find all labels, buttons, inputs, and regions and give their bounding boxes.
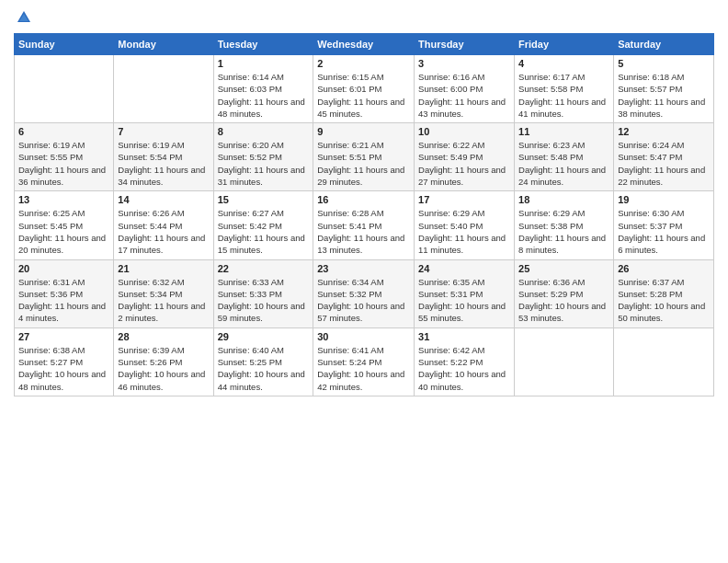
calendar-cell: 14Sunrise: 6:26 AMSunset: 5:44 PMDayligh… — [114, 191, 213, 259]
calendar-header-saturday: Saturday — [614, 34, 714, 55]
calendar-cell: 2Sunrise: 6:15 AMSunset: 6:01 PMDaylight… — [313, 55, 415, 123]
calendar-cell: 4Sunrise: 6:17 AMSunset: 5:58 PMDaylight… — [515, 55, 614, 123]
day-number: 23 — [317, 263, 410, 274]
day-number: 26 — [618, 263, 710, 274]
day-detail: Sunrise: 6:21 AMSunset: 5:51 PMDaylight:… — [317, 139, 410, 188]
header — [14, 9, 714, 26]
day-number: 20 — [18, 263, 109, 274]
day-detail: Sunrise: 6:20 AMSunset: 5:52 PMDaylight:… — [218, 139, 310, 188]
calendar-cell: 9Sunrise: 6:21 AMSunset: 5:51 PMDaylight… — [313, 123, 415, 191]
calendar-cell: 13Sunrise: 6:25 AMSunset: 5:45 PMDayligh… — [15, 191, 114, 259]
calendar-cell: 17Sunrise: 6:29 AMSunset: 5:40 PMDayligh… — [415, 191, 515, 259]
day-detail: Sunrise: 6:28 AMSunset: 5:41 PMDaylight:… — [317, 207, 410, 256]
calendar-cell: 24Sunrise: 6:35 AMSunset: 5:31 PMDayligh… — [415, 259, 515, 327]
day-detail: Sunrise: 6:19 AMSunset: 5:54 PMDaylight:… — [118, 139, 209, 188]
day-detail: Sunrise: 6:23 AMSunset: 5:48 PMDaylight:… — [518, 139, 609, 188]
day-detail: Sunrise: 6:31 AMSunset: 5:36 PMDaylight:… — [18, 276, 109, 325]
day-number: 1 — [218, 58, 310, 69]
calendar-cell: 1Sunrise: 6:14 AMSunset: 6:03 PMDaylight… — [213, 55, 313, 123]
day-number: 5 — [618, 58, 710, 69]
day-detail: Sunrise: 6:41 AMSunset: 5:24 PMDaylight:… — [317, 344, 410, 393]
page: SundayMondayTuesdayWednesdayThursdayFrid… — [0, 0, 728, 563]
day-detail: Sunrise: 6:25 AMSunset: 5:45 PMDaylight:… — [18, 207, 109, 256]
day-detail: Sunrise: 6:39 AMSunset: 5:26 PMDaylight:… — [118, 344, 209, 393]
day-number: 4 — [518, 58, 609, 69]
calendar-header-tuesday: Tuesday — [213, 34, 313, 55]
day-number: 12 — [618, 126, 710, 137]
calendar-cell — [15, 55, 114, 123]
day-detail: Sunrise: 6:29 AMSunset: 5:38 PMDaylight:… — [518, 207, 609, 256]
calendar-cell: 18Sunrise: 6:29 AMSunset: 5:38 PMDayligh… — [515, 191, 614, 259]
calendar-cell: 7Sunrise: 6:19 AMSunset: 5:54 PMDaylight… — [114, 123, 213, 191]
day-detail: Sunrise: 6:15 AMSunset: 6:01 PMDaylight:… — [317, 71, 410, 120]
day-number: 15 — [218, 194, 310, 205]
day-detail: Sunrise: 6:34 AMSunset: 5:32 PMDaylight:… — [317, 276, 410, 325]
day-detail: Sunrise: 6:32 AMSunset: 5:34 PMDaylight:… — [118, 276, 209, 325]
day-number: 25 — [518, 263, 609, 274]
calendar-header-friday: Friday — [515, 34, 614, 55]
day-number: 7 — [118, 126, 209, 137]
day-detail: Sunrise: 6:38 AMSunset: 5:27 PMDaylight:… — [18, 344, 109, 393]
day-detail: Sunrise: 6:24 AMSunset: 5:47 PMDaylight:… — [618, 139, 710, 188]
day-detail: Sunrise: 6:29 AMSunset: 5:40 PMDaylight:… — [418, 207, 510, 256]
day-number: 3 — [418, 58, 510, 69]
day-detail: Sunrise: 6:33 AMSunset: 5:33 PMDaylight:… — [218, 276, 310, 325]
calendar-cell — [114, 55, 213, 123]
day-number: 13 — [18, 194, 109, 205]
day-number: 2 — [317, 58, 410, 69]
day-number: 31 — [418, 331, 510, 342]
day-detail: Sunrise: 6:14 AMSunset: 6:03 PMDaylight:… — [218, 71, 310, 120]
day-detail: Sunrise: 6:30 AMSunset: 5:37 PMDaylight:… — [618, 207, 710, 256]
day-number: 22 — [218, 263, 310, 274]
calendar-cell — [515, 327, 614, 396]
calendar-cell: 10Sunrise: 6:22 AMSunset: 5:49 PMDayligh… — [415, 123, 515, 191]
calendar-cell: 25Sunrise: 6:36 AMSunset: 5:29 PMDayligh… — [515, 259, 614, 327]
day-detail: Sunrise: 6:37 AMSunset: 5:28 PMDaylight:… — [618, 276, 710, 325]
calendar-header-monday: Monday — [114, 34, 213, 55]
calendar-cell: 19Sunrise: 6:30 AMSunset: 5:37 PMDayligh… — [614, 191, 714, 259]
logo — [14, 9, 32, 26]
calendar: SundayMondayTuesdayWednesdayThursdayFrid… — [14, 33, 714, 396]
day-detail: Sunrise: 6:40 AMSunset: 5:25 PMDaylight:… — [218, 344, 310, 393]
calendar-header-row: SundayMondayTuesdayWednesdayThursdayFrid… — [15, 34, 714, 55]
day-detail: Sunrise: 6:16 AMSunset: 6:00 PMDaylight:… — [418, 71, 510, 120]
day-detail: Sunrise: 6:18 AMSunset: 5:57 PMDaylight:… — [618, 71, 710, 120]
calendar-cell: 20Sunrise: 6:31 AMSunset: 5:36 PMDayligh… — [15, 259, 114, 327]
day-detail: Sunrise: 6:27 AMSunset: 5:42 PMDaylight:… — [218, 207, 310, 256]
day-detail: Sunrise: 6:42 AMSunset: 5:22 PMDaylight:… — [418, 344, 510, 393]
day-number: 10 — [418, 126, 510, 137]
calendar-cell: 28Sunrise: 6:39 AMSunset: 5:26 PMDayligh… — [114, 327, 213, 396]
day-number: 6 — [18, 126, 109, 137]
calendar-week-3: 13Sunrise: 6:25 AMSunset: 5:45 PMDayligh… — [15, 191, 714, 259]
calendar-cell: 27Sunrise: 6:38 AMSunset: 5:27 PMDayligh… — [15, 327, 114, 396]
day-number: 8 — [218, 126, 310, 137]
day-detail: Sunrise: 6:35 AMSunset: 5:31 PMDaylight:… — [418, 276, 510, 325]
day-number: 29 — [218, 331, 310, 342]
day-number: 9 — [317, 126, 410, 137]
calendar-cell: 29Sunrise: 6:40 AMSunset: 5:25 PMDayligh… — [213, 327, 313, 396]
calendar-cell: 22Sunrise: 6:33 AMSunset: 5:33 PMDayligh… — [213, 259, 313, 327]
calendar-cell: 3Sunrise: 6:16 AMSunset: 6:00 PMDaylight… — [415, 55, 515, 123]
calendar-header-sunday: Sunday — [15, 34, 114, 55]
day-number: 28 — [118, 331, 209, 342]
day-number: 27 — [18, 331, 109, 342]
day-detail: Sunrise: 6:22 AMSunset: 5:49 PMDaylight:… — [418, 139, 510, 188]
day-number: 18 — [518, 194, 609, 205]
day-detail: Sunrise: 6:19 AMSunset: 5:55 PMDaylight:… — [18, 139, 109, 188]
day-number: 17 — [418, 194, 510, 205]
calendar-cell: 23Sunrise: 6:34 AMSunset: 5:32 PMDayligh… — [313, 259, 415, 327]
calendar-week-2: 6Sunrise: 6:19 AMSunset: 5:55 PMDaylight… — [15, 123, 714, 191]
calendar-cell: 11Sunrise: 6:23 AMSunset: 5:48 PMDayligh… — [515, 123, 614, 191]
logo-icon — [16, 9, 32, 26]
calendar-cell: 31Sunrise: 6:42 AMSunset: 5:22 PMDayligh… — [415, 327, 515, 396]
calendar-header-thursday: Thursday — [415, 34, 515, 55]
day-number: 30 — [317, 331, 410, 342]
day-number: 21 — [118, 263, 209, 274]
day-detail: Sunrise: 6:36 AMSunset: 5:29 PMDaylight:… — [518, 276, 609, 325]
calendar-week-4: 20Sunrise: 6:31 AMSunset: 5:36 PMDayligh… — [15, 259, 714, 327]
day-number: 16 — [317, 194, 410, 205]
calendar-cell: 5Sunrise: 6:18 AMSunset: 5:57 PMDaylight… — [614, 55, 714, 123]
calendar-cell: 12Sunrise: 6:24 AMSunset: 5:47 PMDayligh… — [614, 123, 714, 191]
calendar-cell: 8Sunrise: 6:20 AMSunset: 5:52 PMDaylight… — [213, 123, 313, 191]
day-number: 19 — [618, 194, 710, 205]
